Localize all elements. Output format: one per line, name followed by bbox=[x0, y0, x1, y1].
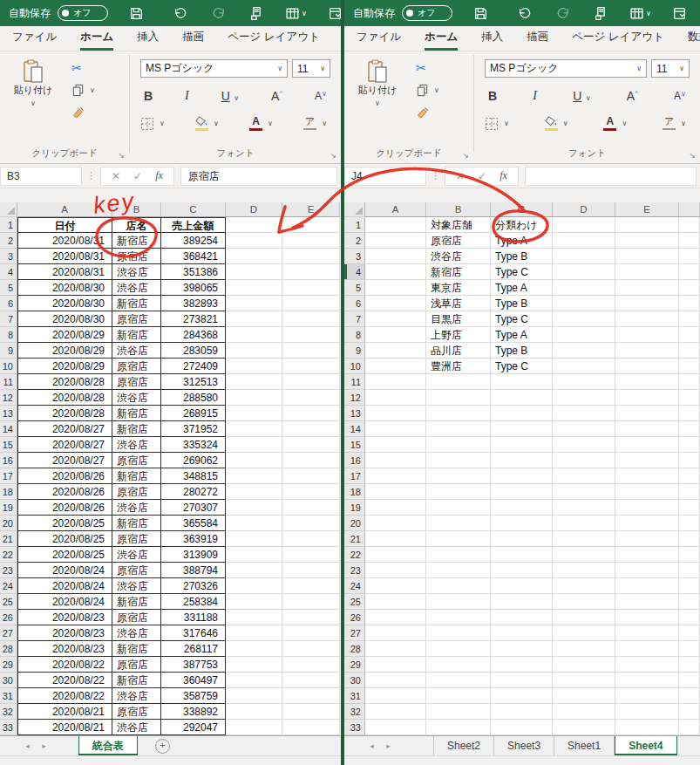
cell-C3[interactable]: 368421 bbox=[161, 249, 226, 264]
cell-E4[interactable] bbox=[282, 264, 340, 280]
cell-A29[interactable]: 2020/08/22 bbox=[17, 657, 112, 673]
cell-D13[interactable] bbox=[226, 406, 282, 421]
cell-C1[interactable]: 売上金額 bbox=[161, 217, 226, 233]
format-painter-button[interactable] bbox=[71, 106, 85, 120]
cell-D12[interactable] bbox=[553, 390, 615, 406]
cell-B17[interactable] bbox=[426, 468, 491, 484]
cell-E1[interactable] bbox=[282, 217, 340, 233]
cell-B27[interactable]: 渋谷店 bbox=[112, 625, 161, 641]
cell-D25[interactable] bbox=[226, 594, 282, 610]
cell-C4[interactable]: 351386 bbox=[161, 264, 226, 280]
dialog-launcher-icon[interactable]: ↘ bbox=[462, 151, 469, 160]
cell-C6[interactable]: 382893 bbox=[161, 296, 226, 311]
cell-D28[interactable] bbox=[553, 641, 615, 657]
cell-F10[interactable] bbox=[679, 359, 700, 374]
row-header-32[interactable]: 32 bbox=[0, 704, 17, 720]
fill-color-button[interactable]: ∨ bbox=[545, 116, 568, 131]
cell-E16[interactable] bbox=[282, 453, 340, 468]
cell-C7[interactable]: 273821 bbox=[161, 311, 226, 327]
cell-E7[interactable] bbox=[615, 311, 679, 327]
cell-D30[interactable] bbox=[553, 673, 615, 688]
cell-F18[interactable] bbox=[679, 484, 700, 500]
cell-B18[interactable] bbox=[426, 484, 491, 500]
cell-C6[interactable]: Type B bbox=[491, 296, 553, 311]
row-header-12[interactable]: 12 bbox=[0, 390, 17, 406]
bold-button[interactable]: B bbox=[488, 89, 497, 103]
column-header-partial[interactable] bbox=[679, 202, 700, 217]
cell-A6[interactable]: 2020/08/30 bbox=[17, 296, 112, 311]
cell-C8[interactable]: Type A bbox=[491, 327, 553, 343]
column-header-A[interactable]: A bbox=[365, 202, 426, 217]
cell-E9[interactable] bbox=[615, 343, 679, 359]
cell-C8[interactable]: 284368 bbox=[161, 327, 226, 343]
sheet-tab-sheet1[interactable]: Sheet1 bbox=[554, 736, 615, 755]
cell-B27[interactable] bbox=[426, 625, 491, 641]
cell-D8[interactable] bbox=[226, 327, 282, 343]
cell-A25[interactable] bbox=[365, 594, 426, 610]
cell-C13[interactable] bbox=[491, 406, 553, 421]
row-header-33[interactable]: 33 bbox=[344, 720, 365, 735]
table-style-icon[interactable]: ∨ bbox=[285, 6, 307, 21]
cell-C16[interactable]: 269062 bbox=[161, 453, 226, 468]
cell-B20[interactable]: 新宿店 bbox=[112, 516, 161, 531]
undo-icon[interactable] bbox=[517, 6, 532, 21]
cell-C7[interactable]: Type C bbox=[491, 311, 553, 327]
cell-C9[interactable]: Type B bbox=[491, 343, 553, 359]
cell-D26[interactable] bbox=[553, 610, 615, 625]
cell-A18[interactable] bbox=[365, 484, 426, 500]
cell-B7[interactable]: 原宿店 bbox=[112, 311, 161, 327]
phonetic-guide-button[interactable]: ア ∨ bbox=[303, 117, 327, 130]
row-header-1[interactable]: 1 bbox=[0, 217, 17, 233]
cell-B32[interactable] bbox=[426, 704, 491, 720]
font-color-button[interactable]: A ∨ bbox=[249, 116, 273, 131]
row-header-18[interactable]: 18 bbox=[0, 484, 17, 500]
cell-B8[interactable]: 新宿店 bbox=[112, 327, 161, 343]
cell-D27[interactable] bbox=[226, 625, 282, 641]
menu-tab-formulas[interactable]: 数式 bbox=[688, 30, 700, 51]
row-header-9[interactable]: 9 bbox=[344, 343, 365, 359]
column-header-A[interactable]: A bbox=[17, 202, 112, 217]
cell-A16[interactable]: 2020/08/27 bbox=[17, 453, 112, 468]
menu-tab-home[interactable]: ホーム bbox=[80, 30, 113, 51]
dialog-launcher-icon[interactable]: ↘ bbox=[330, 151, 336, 160]
cell-A4[interactable]: 2020/08/31 bbox=[17, 264, 112, 280]
redo-icon[interactable] bbox=[212, 6, 227, 21]
cell-A13[interactable]: 2020/08/28 bbox=[17, 406, 112, 421]
cell-D22[interactable] bbox=[226, 547, 282, 563]
row-header-23[interactable]: 23 bbox=[0, 563, 17, 578]
row-header-9[interactable]: 9 bbox=[0, 343, 17, 359]
cell-D20[interactable] bbox=[553, 516, 615, 531]
sheet-tab-integrated[interactable]: 統合表 bbox=[78, 736, 138, 755]
row-header-19[interactable]: 19 bbox=[0, 500, 17, 516]
cell-A5[interactable]: 2020/08/30 bbox=[17, 280, 112, 296]
undo-icon[interactable] bbox=[173, 6, 187, 21]
cell-D17[interactable] bbox=[553, 468, 615, 484]
font-size-select[interactable]: 11 ∨ bbox=[292, 59, 330, 78]
cell-D10[interactable] bbox=[226, 359, 282, 374]
cell-E7[interactable] bbox=[282, 311, 340, 327]
cell-F30[interactable] bbox=[679, 673, 700, 688]
cell-D14[interactable] bbox=[553, 421, 615, 437]
cell-B7[interactable]: 目黒店 bbox=[426, 311, 491, 327]
row-header-21[interactable]: 21 bbox=[344, 531, 365, 547]
cell-F21[interactable] bbox=[679, 531, 700, 547]
cell-D30[interactable] bbox=[226, 673, 282, 688]
redo-icon[interactable] bbox=[556, 6, 571, 21]
cell-A33[interactable]: 2020/08/21 bbox=[17, 720, 112, 735]
cut-button[interactable]: ✂ bbox=[416, 62, 426, 74]
cell-D12[interactable] bbox=[226, 390, 282, 406]
select-all-corner[interactable] bbox=[0, 202, 17, 217]
cell-F26[interactable] bbox=[679, 610, 700, 625]
row-header-22[interactable]: 22 bbox=[344, 547, 365, 563]
cell-E21[interactable] bbox=[615, 531, 679, 547]
cell-F23[interactable] bbox=[679, 563, 700, 578]
cell-D18[interactable] bbox=[553, 484, 615, 500]
cell-B5[interactable]: 東京店 bbox=[426, 280, 491, 296]
cell-B3[interactable]: 原宿店 bbox=[112, 249, 161, 264]
cell-D31[interactable] bbox=[226, 688, 282, 704]
cell-E13[interactable] bbox=[615, 406, 679, 421]
cell-A22[interactable] bbox=[365, 547, 426, 563]
cell-E11[interactable] bbox=[282, 374, 340, 390]
cell-B4[interactable]: 渋谷店 bbox=[112, 264, 161, 280]
cell-F1[interactable] bbox=[679, 217, 700, 233]
